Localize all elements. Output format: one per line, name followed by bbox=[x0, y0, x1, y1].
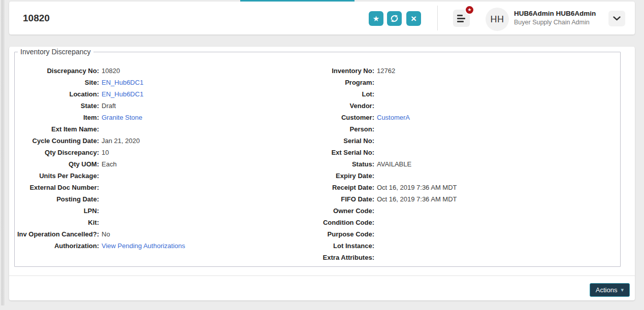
user-role: Buyer Supply Chain Admin bbox=[514, 18, 605, 27]
favorite-button[interactable]: ★ bbox=[369, 11, 383, 26]
field-row: Discrepancy No10820 bbox=[15, 65, 315, 77]
left-field-column: Discrepancy No10820SiteEN_Hub6DC1Locatio… bbox=[15, 65, 315, 263]
badge-star-icon: ★ bbox=[467, 7, 471, 12]
field-label: Location bbox=[15, 90, 99, 98]
field-row: Vendor bbox=[315, 100, 620, 112]
field-row: Posting Date bbox=[15, 193, 315, 205]
field-row: LocationEN_Hub6DC1 bbox=[15, 88, 315, 100]
inventory-discrepancy-fieldset: Inventory Discrepancy Discrepancy No1082… bbox=[14, 48, 621, 267]
avatar-initials: HH bbox=[491, 14, 504, 25]
field-row: Program bbox=[315, 77, 620, 88]
field-label: Posting Date bbox=[15, 195, 99, 203]
field-label: Site bbox=[15, 79, 99, 86]
refresh-icon bbox=[390, 14, 399, 23]
actions-button[interactable]: Actions ▾ bbox=[590, 283, 630, 297]
field-label: Extra Attributes bbox=[315, 254, 374, 261]
field-row: Ext Item Name bbox=[15, 123, 315, 135]
field-row: Inventory No12762 bbox=[315, 65, 620, 77]
field-row: Qty Discrepancy10 bbox=[15, 147, 315, 158]
user-name: HUB6Admin HUB6Admin bbox=[514, 9, 605, 18]
field-value: AVAILABLE bbox=[377, 160, 411, 168]
notification-badge: ★ bbox=[465, 5, 474, 15]
field-row: ItemGranite Stone bbox=[15, 112, 315, 123]
field-row: Receipt DateOct 16, 2019 7:36 AM MDT bbox=[315, 182, 620, 193]
field-label: Receipt Date bbox=[315, 184, 374, 191]
field-label: Program bbox=[315, 79, 374, 86]
field-label: FIFO Date bbox=[315, 195, 374, 203]
field-row: Person bbox=[315, 123, 620, 135]
chevron-down-icon bbox=[613, 16, 621, 21]
field-label: Inv Operation Cancelled? bbox=[15, 230, 99, 238]
field-row: Inv Operation Cancelled?No bbox=[15, 228, 315, 240]
field-value-link[interactable]: CustomerA bbox=[377, 114, 410, 121]
field-row: Kit bbox=[15, 217, 315, 228]
field-row: Serial No bbox=[315, 135, 620, 147]
field-label: Expiry Date bbox=[315, 172, 374, 180]
field-row: Extra Attributes bbox=[315, 252, 620, 263]
star-icon: ★ bbox=[373, 15, 379, 22]
field-row: CustomerCustomerA bbox=[315, 112, 620, 123]
user-menu-button[interactable] bbox=[608, 11, 625, 26]
field-row: Units Per Package bbox=[15, 170, 315, 182]
field-row: Qty UOMEach bbox=[15, 158, 315, 170]
field-row: StateDraft bbox=[15, 100, 315, 112]
field-label: LPN bbox=[15, 207, 99, 215]
field-row: SiteEN_Hub6DC1 bbox=[15, 77, 315, 88]
field-label: Ext Item Name bbox=[15, 125, 99, 133]
fieldset-legend: Inventory Discrepancy bbox=[18, 48, 93, 56]
avatar[interactable]: HH bbox=[486, 8, 509, 31]
field-row: Cycle Counting DateJan 21, 2020 bbox=[15, 135, 315, 147]
field-value: Oct 16, 2019 7:36 AM MDT bbox=[377, 195, 457, 203]
field-label: Purpose Code bbox=[315, 230, 374, 238]
field-value-link[interactable]: View Pending Authorizations bbox=[102, 242, 185, 250]
page-title: 10820 bbox=[23, 2, 50, 35]
page-left-edge bbox=[0, 0, 5, 305]
user-info: HUB6Admin HUB6Admin Buyer Supply Chain A… bbox=[514, 9, 605, 27]
field-label: Units Per Package bbox=[15, 172, 99, 180]
field-value: Each bbox=[102, 160, 117, 168]
field-label: Status bbox=[315, 160, 374, 168]
field-label: State bbox=[15, 102, 99, 110]
field-label: Ext Serial No bbox=[315, 149, 374, 156]
close-icon: × bbox=[411, 14, 416, 23]
detail-panel: Inventory Discrepancy Discrepancy No1082… bbox=[9, 47, 635, 300]
field-value: No bbox=[102, 230, 110, 238]
field-label: Condition Code bbox=[315, 219, 374, 226]
header-bar: 10820 ★ × ★ HH HUB6Admin HUB6Admin Buyer… bbox=[9, 2, 635, 35]
field-value: 10820 bbox=[102, 67, 120, 75]
footer-divider bbox=[9, 275, 635, 276]
field-row: Owner Code bbox=[315, 205, 620, 217]
field-row: AuthorizationView Pending Authorizations bbox=[15, 240, 315, 252]
field-row: Condition Code bbox=[315, 217, 620, 228]
field-row: Lot Instance bbox=[315, 240, 620, 252]
field-row: Ext Serial No bbox=[315, 147, 620, 158]
close-button[interactable]: × bbox=[406, 11, 421, 26]
field-label: External Doc Number bbox=[15, 184, 99, 191]
field-row: Purpose Code bbox=[315, 228, 620, 240]
field-label: Discrepancy No bbox=[15, 67, 99, 75]
field-value: 10 bbox=[102, 149, 109, 156]
field-label: Inventory No bbox=[315, 67, 374, 75]
field-value-link[interactable]: EN_Hub6DC1 bbox=[102, 90, 143, 98]
right-field-column: Inventory No12762ProgramLotVendorCustome… bbox=[315, 65, 620, 263]
field-label: Qty Discrepancy bbox=[15, 149, 99, 156]
field-label: Kit bbox=[15, 219, 99, 226]
field-value-link[interactable]: Granite Stone bbox=[102, 114, 142, 121]
notifications-menu-button[interactable]: ★ bbox=[453, 10, 470, 27]
field-value: Oct 16, 2019 7:36 AM MDT bbox=[377, 184, 457, 191]
field-value-link[interactable]: EN_Hub6DC1 bbox=[102, 79, 143, 86]
field-label: Customer bbox=[315, 114, 374, 121]
actions-button-label: Actions bbox=[596, 286, 618, 294]
caret-down-icon: ▾ bbox=[621, 287, 624, 293]
field-row: FIFO DateOct 16, 2019 7:36 AM MDT bbox=[315, 193, 620, 205]
field-row: StatusAVAILABLE bbox=[315, 158, 620, 170]
header-divider bbox=[437, 6, 438, 30]
refresh-button[interactable] bbox=[387, 11, 402, 26]
field-label: Cycle Counting Date bbox=[15, 137, 99, 145]
field-label: Lot Instance bbox=[315, 242, 374, 250]
field-label: Owner Code bbox=[315, 207, 374, 215]
field-label: Lot bbox=[315, 90, 374, 98]
field-label: Vendor bbox=[315, 102, 374, 110]
menu-lines-icon bbox=[457, 15, 463, 16]
field-row: LPN bbox=[15, 205, 315, 217]
